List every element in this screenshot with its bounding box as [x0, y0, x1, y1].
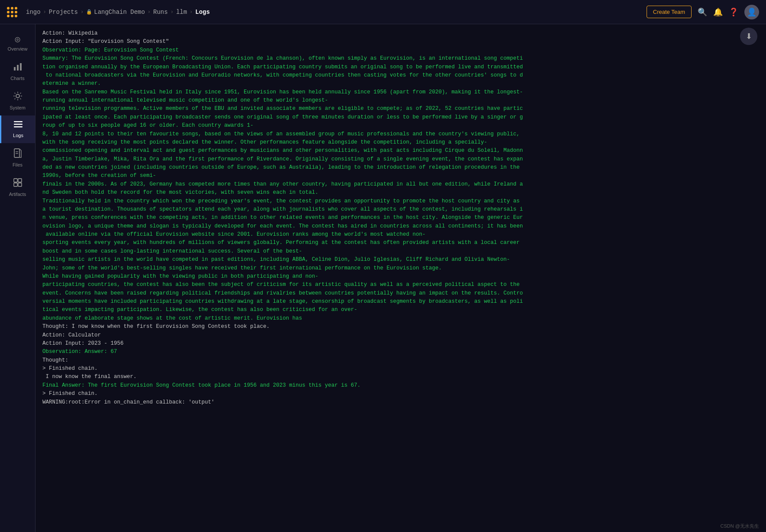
breadcrumb-llm[interactable]: llm [176, 9, 187, 16]
logo-dots [7, 7, 17, 17]
breadcrumb-ingo[interactable]: ingo [26, 9, 41, 16]
breadcrumb-sep-3: › [148, 9, 151, 15]
sidebar-label-logs: Logs [13, 133, 23, 138]
svg-rect-9 [16, 153, 18, 154]
create-team-button[interactable]: Create Team [647, 6, 692, 18]
header-actions: Create Team 🔍 🔔 ❓ 👤 [647, 5, 759, 19]
log-line: Thought: I now know when the first Eurov… [42, 323, 762, 331]
sidebar-label-system: System [10, 105, 26, 110]
log-line: Final Answer: The first Eurovision Song … [42, 381, 762, 390]
svg-rect-12 [14, 183, 17, 186]
charts-icon [13, 62, 23, 74]
breadcrumb-sep-5: › [190, 9, 193, 15]
sidebar-item-overview[interactable]: ◎ Overview [0, 29, 35, 57]
log-area[interactable]: Action: WikipediaAction Input: "Eurovisi… [35, 24, 766, 532]
log-line: Action Input: 2023 - 1956 [42, 340, 762, 348]
log-line: I now know the final answer. [42, 373, 762, 381]
svg-rect-10 [14, 179, 17, 182]
sidebar-label-charts: Charts [10, 76, 24, 81]
content-area: ⬇ Action: WikipediaAction Input: "Eurovi… [35, 24, 766, 532]
log-line: > Finished chain. [42, 365, 762, 373]
sidebar-item-artifacts[interactable]: Artifacts [0, 173, 35, 202]
log-line: Action Input: "Eurovision Song Contest" [42, 38, 762, 46]
log-line: Summary: The Eurovision Song Contest (Fr… [42, 54, 762, 88]
help-icon[interactable]: ❓ [729, 7, 738, 17]
log-line: Action: Calculator [42, 331, 762, 340]
sidebar-item-charts[interactable]: Charts [0, 57, 35, 86]
log-line: > Finished chain. [42, 390, 762, 398]
log-line: Action: Wikipedia [42, 29, 762, 38]
sidebar-item-system[interactable]: System [0, 86, 35, 115]
search-icon[interactable]: 🔍 [698, 7, 707, 17]
sidebar-item-files[interactable]: Files [0, 143, 35, 173]
svg-rect-11 [18, 179, 22, 182]
sidebar-label-artifacts: Artifacts [9, 192, 26, 197]
log-line: Observation: Page: Eurovision Song Conte… [42, 46, 762, 54]
svg-rect-1 [17, 65, 19, 71]
breadcrumb-sep-1: › [43, 9, 46, 15]
notification-icon[interactable]: 🔔 [713, 7, 723, 17]
breadcrumb-sep-4: › [171, 9, 174, 15]
svg-rect-13 [18, 183, 22, 186]
svg-point-3 [16, 94, 19, 98]
overview-icon: ◎ [15, 34, 20, 45]
system-icon [13, 91, 23, 103]
header: ingo › Projects › 🔒 LangChain Demo › Run… [0, 0, 766, 24]
svg-rect-5 [14, 124, 23, 125]
sidebar-item-logs[interactable]: Logs [0, 115, 35, 143]
logs-icon [13, 121, 23, 131]
breadcrumb-langchain[interactable]: 🔒 LangChain Demo [86, 9, 145, 16]
main-layout: ◎ Overview Charts System [0, 24, 766, 532]
lock-icon: 🔒 [86, 9, 92, 15]
logo [7, 7, 17, 17]
svg-rect-0 [14, 67, 16, 71]
sidebar: ◎ Overview Charts System [0, 24, 35, 532]
files-icon [13, 148, 22, 160]
log-line: Thought: [42, 356, 762, 365]
breadcrumb-sep-2: › [80, 9, 84, 15]
log-line: While having gained popularity with the … [42, 272, 762, 323]
log-line: WARNING:root:Error in on_chain_end callb… [42, 398, 762, 407]
artifacts-icon [13, 178, 23, 190]
svg-rect-4 [14, 121, 23, 122]
download-button[interactable]: ⬇ [740, 28, 757, 45]
log-line: Observation: Answer: 67 [42, 348, 762, 356]
log-line: Traditionally held in the country which … [42, 197, 762, 272]
breadcrumb-projects[interactable]: Projects [49, 9, 78, 16]
breadcrumb-runs[interactable]: Runs [153, 9, 168, 16]
sidebar-label-overview: Overview [8, 46, 28, 51]
log-line: Based on the Sanremo Music Festival held… [42, 88, 762, 197]
watermark: CSDN @无水先生 [721, 523, 759, 529]
breadcrumb: ingo › Projects › 🔒 LangChain Demo › Run… [26, 9, 647, 16]
svg-rect-6 [14, 126, 23, 128]
svg-rect-8 [16, 151, 18, 152]
sidebar-label-files: Files [13, 162, 23, 167]
breadcrumb-logs[interactable]: Logs [195, 9, 210, 16]
avatar[interactable]: 👤 [744, 5, 759, 19]
svg-rect-2 [20, 63, 22, 71]
